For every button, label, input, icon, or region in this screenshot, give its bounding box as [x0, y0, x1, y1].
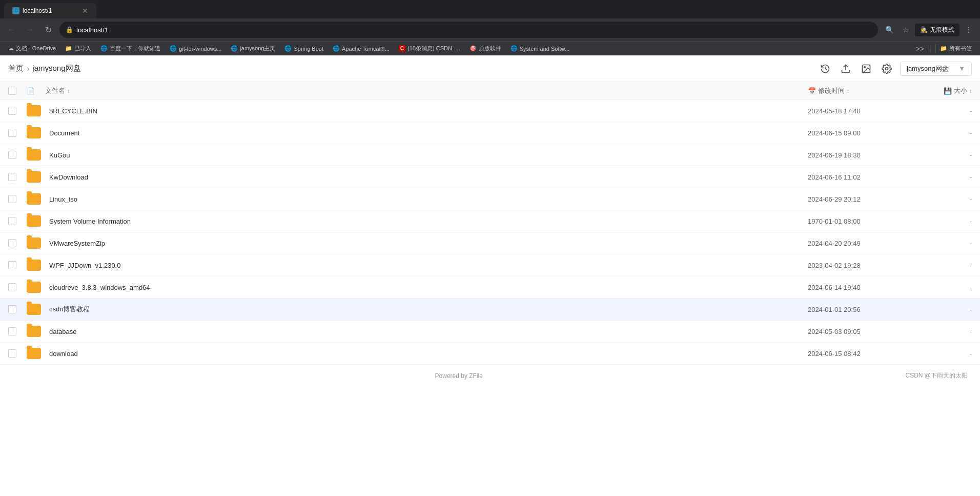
file-size: - — [910, 151, 972, 159]
address-input[interactable] — [76, 26, 872, 34]
row-checkbox[interactable] — [8, 129, 16, 137]
header-size-col[interactable]: 💾 大小 ↕ — [910, 86, 972, 95]
system-icon: 🌐 — [511, 45, 518, 52]
tab-favicon: 🌐 — [12, 7, 19, 14]
file-size: - — [910, 284, 972, 291]
header-name-col[interactable]: 文件名 ↕ — [45, 86, 808, 95]
folder-icon: 📁 — [65, 45, 72, 52]
db-icon: 💾 — [944, 87, 952, 95]
menu-button[interactable]: ⋮ — [962, 23, 976, 37]
address-bar[interactable]: 🔒 — [59, 22, 878, 38]
table-row[interactable]: KuGou 2024-06-19 18:30 - — [0, 144, 980, 166]
file-date: 2024-01-01 20:56 — [808, 306, 910, 313]
row-checkbox[interactable] — [8, 283, 16, 291]
drive-selector[interactable]: jamysong网盘 ▼ — [900, 62, 972, 76]
incognito-button[interactable]: 🕵 无痕模式 — [915, 24, 959, 36]
table-row[interactable]: WPF_JJDown_v1.230.0 2023-04-02 19:28 - — [0, 254, 980, 276]
row-checkbox[interactable] — [8, 107, 16, 115]
table-row[interactable]: database 2024-05-03 09:05 - — [0, 321, 980, 343]
header-date-col[interactable]: 📅 修改时间 ↕ — [808, 86, 910, 95]
row-check-col — [8, 173, 27, 181]
file-date: 2024-04-20 20:49 — [808, 240, 910, 247]
row-icon-col — [27, 215, 45, 227]
bookmark-jamysong[interactable]: 🌐 jamysong主页 — [227, 44, 279, 53]
active-tab[interactable]: 🌐 localhost/1 ✕ — [4, 3, 96, 18]
git-icon: 🌐 — [170, 45, 177, 52]
date-label: 修改时间 — [818, 86, 845, 95]
folder-icon — [27, 193, 41, 205]
bookmark-springboot[interactable]: 🌐 Spring Boot — [280, 44, 327, 53]
table-row[interactable]: System Volume Information 1970-01-01 08:… — [0, 210, 980, 232]
header-icon-col: 📄 — [27, 87, 45, 95]
file-name: Linux_iso — [45, 195, 808, 203]
row-icon-col — [27, 127, 45, 138]
bookmark-label: 原版软件 — [479, 45, 501, 52]
row-check-col — [8, 195, 27, 203]
settings-button[interactable] — [880, 62, 894, 76]
table-row[interactable]: $RECYCLE.BIN 2024-05-18 17:40 - — [0, 100, 980, 122]
name-sort-icon[interactable]: ↕ — [67, 88, 70, 94]
table-row[interactable]: KwDownload 2024-06-16 11:02 - — [0, 166, 980, 188]
bookmark-label: Spring Boot — [294, 46, 323, 52]
back-button[interactable]: ← — [4, 23, 18, 37]
bookmark-csdn[interactable]: C (18条消息) CSDN -... — [395, 44, 464, 53]
file-date: 2024-06-15 09:00 — [808, 129, 910, 137]
table-row[interactable]: download 2024-06-15 08:42 - — [0, 343, 980, 365]
nav-right-buttons: 🔍 ☆ 🕵 无痕模式 ⋮ — [882, 23, 976, 37]
file-date: 2024-06-19 18:30 — [808, 151, 910, 159]
all-bookmarks-button[interactable]: 📁 所有书签 — [935, 44, 976, 53]
row-checkbox[interactable] — [8, 261, 16, 269]
tab-close-btn[interactable]: ✕ — [82, 7, 88, 15]
file-date: 2024-05-18 17:40 — [808, 107, 910, 115]
table-row[interactable]: Document 2024-06-15 09:00 - — [0, 122, 980, 144]
row-checkbox[interactable] — [8, 173, 16, 181]
gallery-button[interactable] — [859, 62, 873, 76]
reload-button[interactable]: ↻ — [41, 23, 55, 37]
file-name: KwDownload — [45, 173, 808, 181]
bookmark-star-button[interactable]: ☆ — [899, 23, 913, 37]
table-row[interactable]: csdn博客教程 2024-01-01 20:56 - — [0, 299, 980, 321]
size-sort-icon[interactable]: ↕ — [969, 88, 972, 94]
search-button[interactable]: 🔍 — [882, 23, 896, 37]
row-checkbox[interactable] — [8, 239, 16, 247]
folder-icon — [27, 171, 41, 183]
table-row[interactable]: VMwareSystemZip 2024-04-20 20:49 - — [0, 232, 980, 254]
bookmark-tomcat[interactable]: 🌐 Apache Tomcat®... — [329, 44, 394, 53]
folder-icon — [27, 282, 41, 293]
table-row[interactable]: Linux_iso 2024-06-29 20:12 - — [0, 188, 980, 210]
history-button[interactable] — [818, 62, 832, 76]
bookmark-onedrive[interactable]: ☁ 文档 - OneDrive — [4, 44, 60, 53]
select-all-checkbox[interactable] — [8, 87, 16, 95]
row-checkbox[interactable] — [8, 151, 16, 159]
bookmark-software[interactable]: 🎯 原版软件 — [465, 44, 505, 53]
row-checkbox[interactable] — [8, 217, 16, 225]
bookmark-imported[interactable]: 📁 已导入 — [61, 44, 95, 53]
app-footer: Powered by ZFile CSDN @下雨天的太阳 — [0, 365, 980, 386]
row-checkbox[interactable] — [8, 349, 16, 358]
upload-button[interactable] — [839, 62, 853, 76]
row-checkbox[interactable] — [8, 195, 16, 203]
bookmark-baidu[interactable]: 🌐 百度一下，你就知道 — [96, 44, 165, 53]
row-checkbox[interactable] — [8, 305, 16, 313]
bookmark-label: System and Softw... — [520, 46, 569, 52]
file-name: $RECYCLE.BIN — [45, 107, 808, 115]
row-check-col — [8, 305, 27, 313]
toolbar-right: jamysong网盘 ▼ — [818, 62, 972, 76]
bookmark-label: git-for-windows... — [179, 46, 221, 52]
row-checkbox[interactable] — [8, 327, 16, 335]
row-icon-col — [27, 105, 45, 116]
row-icon-col — [27, 149, 45, 161]
breadcrumb-home[interactable]: 首页 — [8, 64, 24, 73]
table-row[interactable]: cloudreve_3.8.3_windows_amd64 2024-06-14… — [0, 276, 980, 299]
forward-button[interactable]: → — [23, 23, 37, 37]
row-check-col — [8, 217, 27, 225]
date-sort-icon[interactable]: ↕ — [847, 88, 849, 94]
bookmark-git[interactable]: 🌐 git-for-windows... — [166, 44, 226, 53]
secure-icon: 🔒 — [66, 26, 73, 33]
browser-chrome: 🌐 localhost/1 ✕ ← → ↻ 🔒 🔍 ☆ 🕵 无痕模式 ⋮ ☁ 文… — [0, 0, 980, 55]
bookmarks-more-button[interactable]: >> — [912, 44, 927, 54]
breadcrumb-current: jamysong网盘 — [32, 64, 80, 73]
folder-icon — [27, 237, 41, 249]
bookmark-system[interactable]: 🌐 System and Softw... — [506, 44, 574, 53]
row-check-col — [8, 261, 27, 269]
